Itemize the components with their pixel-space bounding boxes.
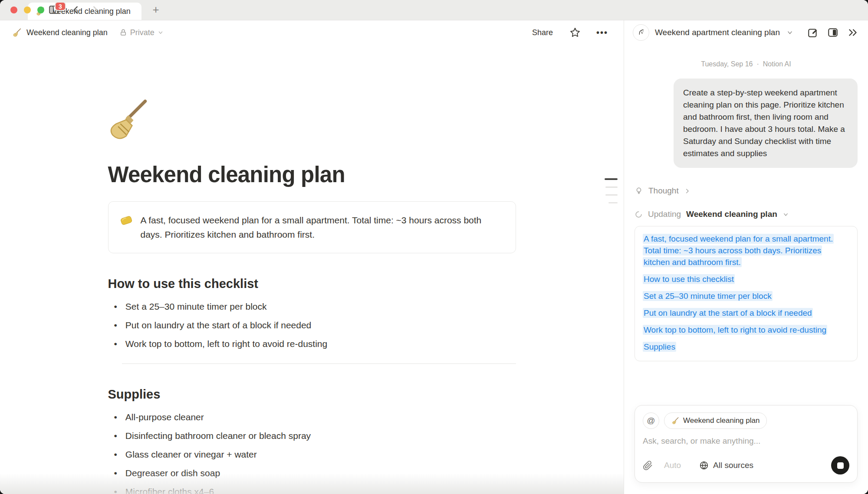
new-chat-icon[interactable] — [807, 27, 819, 38]
ai-thread-title[interactable]: Weekend apartment cleaning plan — [655, 28, 780, 37]
conversation-date: Tuesday, Sep 16 — [701, 60, 753, 68]
chevron-right-icon — [684, 188, 690, 194]
attachment-icon[interactable] — [643, 461, 653, 471]
status-row[interactable]: Updating Weekend cleaning plan — [635, 209, 858, 219]
thought-toggle[interactable]: Thought — [635, 186, 858, 196]
sources-label: All sources — [713, 461, 753, 470]
list-item-text: Disinfecting bathroom cleaner or bleach … — [125, 430, 311, 441]
sidebar-toggle-button[interactable]: 3 — [47, 3, 62, 16]
bullet-glyph: • — [114, 430, 117, 441]
notion-ai-panel: Weekend apartment cleaning plan — [624, 20, 868, 494]
divider — [122, 363, 516, 364]
page-header: Weekend cleaning plan Private Share — [0, 20, 624, 45]
list-item[interactable]: • Work top to bottom, left to right to a… — [108, 334, 516, 353]
new-tab-button[interactable]: + — [149, 3, 162, 16]
sources-selector[interactable]: All sources — [699, 461, 753, 470]
notion-ai-face-icon — [633, 24, 649, 41]
lightbulb-icon — [635, 186, 643, 195]
list-item-text: Put on laundry at the start of a block i… — [125, 320, 311, 330]
lock-icon — [119, 29, 127, 36]
star-icon — [570, 27, 580, 38]
list-item[interactable]: • Put on laundry at the start of a block… — [108, 316, 516, 334]
breadcrumb[interactable]: Weekend cleaning plan — [26, 28, 108, 37]
ai-composer: @ Weekend cleaning plan Auto — [635, 405, 858, 483]
privacy-label: Private — [130, 28, 155, 37]
toc-bar-active — [605, 178, 618, 180]
bullet-glyph: • — [114, 338, 117, 349]
list-item-text: Microfiber cloths x4–6 — [125, 486, 214, 494]
table-of-contents-indicator[interactable] — [605, 178, 618, 203]
page-title[interactable]: Weekend cleaning plan — [108, 162, 516, 187]
response-line: Set a 25–30 minute timer per block — [643, 290, 849, 302]
list-item[interactable]: • All-purpose cleaner — [108, 408, 516, 426]
list-item-text: Set a 25–30 minute timer per block — [125, 301, 267, 312]
ai-response-preview: A fast, focused weekend plan for a small… — [635, 226, 858, 361]
more-options-button[interactable]: ••• — [596, 28, 608, 38]
agent-label: Notion AI — [763, 60, 791, 68]
chevron-down-icon — [158, 29, 164, 36]
zoom-window-button[interactable] — [37, 7, 44, 13]
chevron-down-icon[interactable] — [786, 29, 793, 36]
list-item-text: Degreaser or dish soap — [125, 468, 220, 478]
user-message-bubble: Create a step-by-step weekend apartment … — [674, 79, 858, 168]
sponge-icon — [120, 214, 133, 227]
status-label: Updating — [648, 209, 681, 219]
context-chip-label: Weekend cleaning plan — [683, 416, 760, 425]
back-button[interactable] — [71, 5, 81, 15]
status-target: Weekend cleaning plan — [686, 209, 777, 219]
page-icon-broom[interactable] — [105, 97, 151, 142]
response-line: How to use this checklist — [643, 273, 849, 285]
ai-panel-header: Weekend apartment cleaning plan — [624, 20, 868, 45]
broom-icon — [12, 28, 22, 37]
callout-block[interactable]: A fast, focused weekend plan for a small… — [108, 201, 516, 253]
list-item[interactable]: • Set a 25–30 minute timer per block — [108, 297, 516, 316]
collapse-panel-icon[interactable] — [847, 27, 858, 38]
bullet-glyph: • — [114, 320, 117, 330]
stop-icon — [837, 462, 844, 469]
toc-bar — [608, 202, 618, 203]
panel-layout-icon[interactable] — [827, 27, 838, 38]
list-item[interactable]: • Disinfecting bathroom cleaner or bleac… — [108, 426, 516, 445]
list-item[interactable]: • Degreaser or dish soap — [108, 464, 516, 482]
response-line: A fast, focused weekend plan for a small… — [643, 233, 849, 268]
bullet-glyph: • — [114, 412, 117, 422]
chat-input[interactable] — [643, 436, 849, 446]
main-content-area: Weekend cleaning plan Private Share — [0, 20, 624, 494]
notification-badge: 3 — [55, 2, 66, 11]
broom-icon — [671, 417, 679, 425]
minimize-window-button[interactable] — [24, 7, 31, 13]
forward-button[interactable] — [90, 5, 100, 15]
mention-button[interactable]: @ — [643, 412, 659, 429]
favorite-button[interactable] — [570, 27, 580, 38]
meta-separator: · — [756, 60, 759, 68]
list-item-text: Glass cleaner or vinegar + water — [125, 449, 257, 460]
mode-selector[interactable]: Auto — [664, 461, 681, 470]
bullet-glyph: • — [114, 449, 117, 460]
page-body: Weekend cleaning plan A fast, focused we… — [0, 45, 624, 494]
bullet-glyph: • — [114, 468, 117, 478]
bullet-glyph: • — [114, 301, 117, 312]
stop-generation-button[interactable] — [831, 456, 849, 474]
toc-bar — [605, 186, 618, 188]
chevron-down-icon — [783, 211, 789, 218]
section-heading-checklist[interactable]: How to use this checklist — [108, 277, 516, 291]
callout-text: A fast, focused weekend plan for a small… — [141, 213, 504, 242]
app-window: 3 Weekend cleaning plan + Weekend cleani… — [0, 0, 868, 494]
share-button[interactable]: Share — [532, 28, 553, 37]
list-item-text: All-purpose cleaner — [125, 412, 204, 422]
response-line: Work top to bottom, left to right to avo… — [643, 324, 849, 336]
section-heading-supplies[interactable]: Supplies — [108, 387, 516, 402]
conversation-meta: Tuesday, Sep 16 · Notion AI — [635, 60, 858, 68]
window-controls — [10, 7, 44, 13]
context-chip[interactable]: Weekend cleaning plan — [664, 412, 767, 429]
list-item-text: Work top to bottom, left to right to avo… — [125, 338, 327, 349]
list-item[interactable]: • Glass cleaner or vinegar + water — [108, 445, 516, 464]
privacy-control[interactable]: Private — [119, 28, 164, 37]
thought-label: Thought — [648, 186, 679, 196]
spinner-icon — [635, 210, 643, 219]
response-line: Supplies — [643, 341, 849, 353]
close-window-button[interactable] — [10, 7, 17, 13]
toc-bar — [605, 194, 618, 196]
response-line: Put on laundry at the start of a block i… — [643, 307, 849, 319]
list-item[interactable]: • Microfiber cloths x4–6 — [108, 482, 516, 494]
